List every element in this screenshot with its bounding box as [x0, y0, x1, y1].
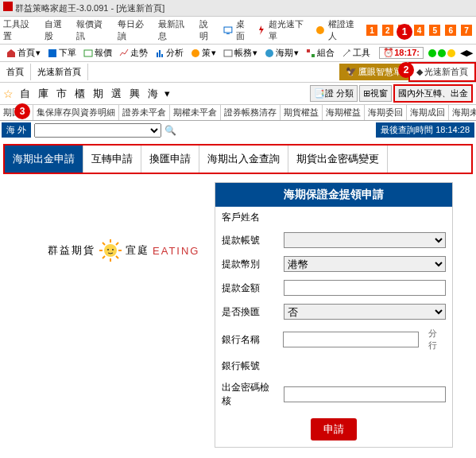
svg-rect-6	[157, 52, 158, 57]
svg-line-21	[103, 256, 105, 258]
inp-pwd[interactable]	[284, 386, 446, 402]
seg-market[interactable]: 市	[55, 85, 68, 103]
btn-transfer-withdraw[interactable]: 國內外互轉、出金	[393, 84, 473, 103]
status-dot-green	[428, 49, 436, 57]
tb-seafut[interactable]: 海期▾	[261, 46, 301, 60]
menu-warrant[interactable]: 權證達人	[328, 18, 363, 42]
menu-tools[interactable]: 工具設置	[3, 18, 38, 42]
svg-rect-0	[3, 2, 13, 11]
btn-submit[interactable]: 申請	[311, 418, 357, 441]
status-dot-yellow	[447, 49, 455, 57]
annotation-badge-1: 1	[397, 24, 412, 40]
tb-home[interactable]: 首頁▾	[3, 46, 43, 60]
lbl-branch: 分行	[428, 328, 446, 351]
seg-otc[interactable]: 櫃	[73, 85, 87, 103]
tab-newhome-button[interactable]: ◆光速新首頁	[408, 62, 476, 82]
window-titlebar: 群益策略家超王-3.0.091 - [光速新首頁]	[0, 0, 476, 17]
tb-order[interactable]: 下單	[45, 46, 79, 60]
num-1[interactable]: 1	[366, 25, 377, 36]
num-2[interactable]: 2	[382, 25, 393, 36]
desktop-icon[interactable]	[223, 25, 233, 35]
svg-rect-7	[159, 50, 161, 57]
mtab-exchange-apply[interactable]: 換匯申請	[141, 146, 199, 173]
svg-point-11	[265, 49, 273, 57]
svg-line-19	[103, 243, 105, 245]
menu-desktop[interactable]: 桌面	[236, 18, 253, 42]
menu-news[interactable]: 最新訊息	[158, 18, 193, 42]
tb-account[interactable]: 帳務▾	[220, 46, 260, 60]
tb-tools[interactable]: 工具	[339, 46, 373, 60]
st-secopen[interactable]: 證券未平倉	[119, 105, 170, 120]
btn-window[interactable]: ⊞視窗	[359, 85, 392, 102]
tb-combo[interactable]: 組合	[303, 46, 337, 60]
lbl-curr: 提款幣別	[222, 258, 277, 271]
st-inventory[interactable]: 集保庫存與資券明細	[33, 105, 119, 120]
search-icon[interactable]: 🔍	[164, 125, 176, 136]
main-action-tabs: 海期出金申請 互轉申請 換匯申請 海期出入金查詢 期貨出金密碼變更	[3, 144, 473, 174]
seg-fut[interactable]: 期	[91, 85, 105, 103]
tb-quote[interactable]: 報價	[80, 46, 114, 60]
nav-arrows[interactable]: ◀▶	[460, 48, 473, 58]
tab-newhome[interactable]: 光速新首頁	[31, 64, 88, 80]
svg-rect-4	[48, 49, 56, 57]
lightning-icon[interactable]	[257, 25, 266, 35]
st-seaorder[interactable]: 海期委回	[365, 105, 407, 120]
st-seaopen[interactable]: 海期未平倉	[449, 105, 476, 120]
lbl-amt: 提款金額	[222, 281, 277, 295]
status-dot-green2	[438, 49, 446, 57]
sel-ex[interactable]: 否	[284, 304, 446, 320]
svg-point-9	[192, 49, 199, 57]
mtab-query[interactable]: 海期出入金查詢	[199, 146, 288, 173]
st-seaequity[interactable]: 海期權益	[323, 105, 365, 120]
menu-watchlist[interactable]: 自選股	[45, 18, 71, 42]
tb-strategy[interactable]: 策▾	[188, 46, 219, 60]
sun-icon	[99, 239, 122, 262]
num-5[interactable]: 5	[429, 25, 440, 36]
num-6[interactable]: 6	[445, 25, 456, 36]
sub-toolbar: ☆ 自 庫 市 櫃 期 選 興 海▾ 📑證 分類 ⊞視窗 國內外互轉、出金	[0, 83, 476, 105]
seg-sea[interactable]: 海	[146, 85, 160, 103]
tb-analysis[interactable]: 分析	[152, 46, 186, 60]
last-query-time: 最後查詢時間 18:14:28	[376, 122, 474, 138]
st-secacc[interactable]: 證券帳務清存	[221, 105, 281, 120]
st-futopen[interactable]: 期權未平倉	[170, 105, 221, 120]
num-7[interactable]: 7	[461, 25, 472, 36]
mtab-withdraw-apply[interactable]: 海期出金申請	[5, 146, 83, 173]
seg-emerging[interactable]: 興	[128, 85, 141, 103]
seg-self[interactable]: 自	[18, 85, 32, 103]
status-dots	[428, 49, 455, 57]
account-select[interactable]	[34, 123, 161, 138]
sel-acct[interactable]	[284, 232, 446, 248]
svg-rect-13	[312, 54, 315, 57]
annotation-badge-2: 2	[398, 62, 414, 78]
sub-tabs-row: 期回報 集保庫存與資券明細 證券未平倉 期權未平倉 證券帳務清存 期貨權益 海期…	[0, 105, 476, 121]
btn-category[interactable]: 📑證 分類	[310, 85, 358, 102]
menu-help[interactable]: 說明	[199, 18, 217, 42]
st-seafill[interactable]: 海期成回	[407, 105, 449, 120]
svg-rect-10	[224, 50, 232, 56]
svg-rect-12	[307, 49, 310, 52]
st-futequity[interactable]: 期貨權益	[281, 105, 323, 120]
menu-fastorder[interactable]: 超光速下單	[269, 18, 312, 42]
annotation-badge-3: 3	[14, 103, 30, 119]
mtab-pwd-change[interactable]: 期貨出金密碼變更	[288, 146, 388, 173]
warrant-icon[interactable]	[315, 25, 325, 35]
seg-opt[interactable]: 選	[110, 85, 123, 103]
svg-rect-2	[226, 33, 230, 34]
inp-bank[interactable]	[283, 332, 419, 347]
main-toolbar: 首頁▾ 下單 報價 走勢 分析 策▾ 帳務▾ 海期▾ 組合 工具 ⏰18:17:…	[0, 45, 476, 62]
tab-home[interactable]: 首頁	[0, 64, 31, 80]
form-title: 海期保證金提領申請	[215, 183, 452, 207]
tb-trend[interactable]: 走勢	[116, 46, 150, 60]
search-label: 海 外	[2, 122, 31, 138]
seg-stock[interactable]: 庫	[37, 85, 50, 103]
star-icon[interactable]: ☆	[3, 87, 14, 100]
inp-amt[interactable]	[284, 280, 446, 296]
menu-quotes[interactable]: 報價資訊	[76, 18, 111, 42]
num-4[interactable]: 4	[414, 25, 425, 36]
sel-curr[interactable]: 港幣	[284, 256, 446, 272]
menu-daily[interactable]: 每日必讀	[118, 18, 153, 42]
svg-rect-1	[224, 27, 232, 33]
lbl-bankno: 銀行帳號	[222, 359, 277, 373]
mtab-transfer-apply[interactable]: 互轉申請	[83, 146, 141, 173]
